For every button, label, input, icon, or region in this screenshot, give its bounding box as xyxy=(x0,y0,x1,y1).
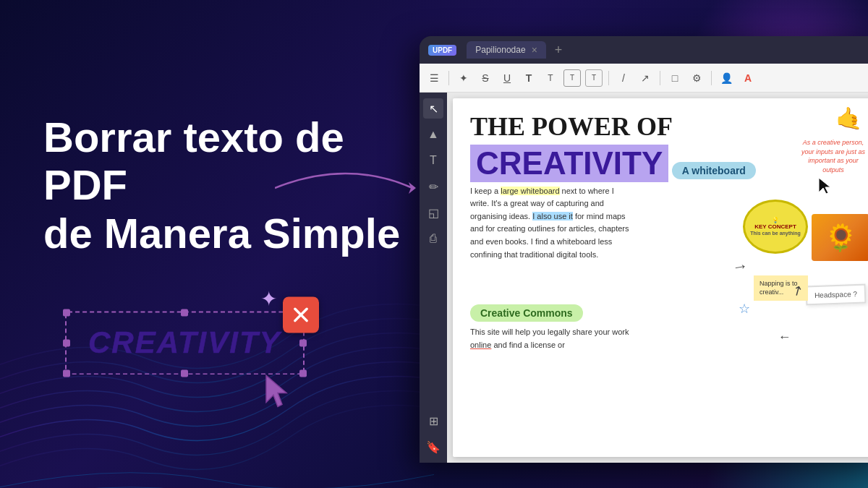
sunflower-image: 🌻 xyxy=(812,214,868,261)
pdf-content: THE POWER OF CREATIVITY A whiteboard I k… xyxy=(447,93,868,463)
toolbar-icon-text3[interactable]: T xyxy=(563,69,581,87)
toolbar-separator-1 xyxy=(448,71,449,85)
toolbar-icon-rect[interactable]: □ xyxy=(666,69,684,87)
toolbar-icon-text4[interactable]: T xyxy=(585,69,603,87)
selected-text: CREATIVITY xyxy=(88,325,281,359)
toolbar-icon-font[interactable]: A xyxy=(739,69,757,87)
highlight-large: large whiteboard xyxy=(501,187,559,195)
toolbar-icon-text2[interactable]: T xyxy=(542,69,559,87)
handle-top-middle xyxy=(181,309,188,316)
pdf-title-power: THE POWER OF xyxy=(470,113,859,142)
toolbar-separator-3 xyxy=(660,71,660,85)
pdf-bottom-text: This site will help you legally share yo… xyxy=(470,326,629,351)
headspace-note: Headspace ? xyxy=(806,284,867,306)
online-link[interactable]: online xyxy=(470,341,491,349)
pdf-page: THE POWER OF CREATIVITY A whiteboard I k… xyxy=(453,98,868,457)
handle-bottom-middle xyxy=(181,369,188,377)
active-tab[interactable]: Papilionodae × xyxy=(467,41,546,59)
creative-note: As a creative person, your inputs are ju… xyxy=(797,138,868,174)
pdf-title-creativity: CREATIVITY xyxy=(470,145,668,182)
title-bar: UPDF Papilionodae × + xyxy=(420,36,868,64)
toolbar-icon-menu[interactable]: ☰ xyxy=(425,69,443,87)
key-concept-bubble: 💡 KEY CONCEPT This can be anything xyxy=(743,200,808,254)
viewer-body: ↖ ▲ T ✏ ◱ ⎙ ⊞ 🔖 THE POWER OF CREATIVITY xyxy=(420,93,868,463)
toolbar-separator-2 xyxy=(608,71,609,85)
toolbar-icon-arrow[interactable]: ↗ xyxy=(637,69,654,87)
pdf-mouse-cursor xyxy=(817,176,833,200)
toolbar-icon-strikethrough[interactable]: S xyxy=(477,69,494,87)
star-icon: ☆ xyxy=(739,301,750,317)
toolbar-icon-line[interactable]: / xyxy=(615,69,632,87)
tab-close-icon[interactable]: × xyxy=(532,44,537,56)
delete-box-container: CREATIVITY xyxy=(65,311,311,374)
whiteboard-tag: A whiteboard xyxy=(672,162,756,179)
pdf-body-text: I keep a large whiteboard next to where … xyxy=(470,185,629,262)
updf-logo: UPDF xyxy=(428,45,456,56)
toolbar-icon-cursor[interactable]: ✦ xyxy=(455,69,472,87)
handle-middle-left xyxy=(63,339,70,346)
handle-bottom-right xyxy=(299,369,307,377)
sidebar-icon-layers[interactable]: ⊞ xyxy=(423,411,443,431)
cursor-arrow xyxy=(260,372,297,414)
lightbulb-emoji: 💡 xyxy=(772,217,779,224)
highlight-also-use: I also use it xyxy=(532,212,573,221)
key-concept-title: KEY CONCEPT xyxy=(754,223,796,231)
title-line2: de Manera Simple xyxy=(43,210,400,257)
hand-emoji: 🤙 xyxy=(835,106,862,131)
sunflower-emoji: 🌻 xyxy=(825,223,857,253)
toolbar: ☰ ✦ S U T T T T / ↗ □ ⚙ 👤 A xyxy=(420,64,868,93)
handle-top-left xyxy=(63,309,70,316)
sparkle-icon: ✦ xyxy=(260,287,651,311)
toolbar-icon-text1[interactable]: T xyxy=(520,69,537,87)
title-line1: Borrar texto de PDF xyxy=(43,114,344,209)
new-tab-button[interactable]: + xyxy=(555,43,563,58)
svg-marker-2 xyxy=(266,375,286,406)
toolbar-separator-4 xyxy=(711,71,712,85)
key-concept-sub: This can be anything xyxy=(750,231,801,236)
delete-button[interactable] xyxy=(283,296,319,333)
selection-box: CREATIVITY xyxy=(65,311,305,374)
sidebar-icon-bookmark[interactable]: 🔖 xyxy=(423,437,443,457)
tab-name: Papilionodae xyxy=(475,45,525,55)
pdf-viewer: UPDF Papilionodae × + ☰ ✦ S U T T T T / … xyxy=(420,36,868,463)
toolbar-icon-settings[interactable]: ⚙ xyxy=(688,69,705,87)
arrow-deco-2: → xyxy=(731,256,749,277)
toolbar-icon-underline[interactable]: U xyxy=(498,69,516,87)
handle-bottom-left xyxy=(63,369,70,377)
arrow-deco-3: → xyxy=(778,330,791,345)
svg-marker-4 xyxy=(819,178,830,194)
main-title: Borrar texto de PDF de Manera Simple xyxy=(43,114,434,258)
toolbar-icon-user[interactable]: 👤 xyxy=(718,69,735,87)
handle-middle-right xyxy=(299,339,307,346)
left-content: Borrar texto de PDF de Manera Simple ✦ C… xyxy=(43,114,434,374)
